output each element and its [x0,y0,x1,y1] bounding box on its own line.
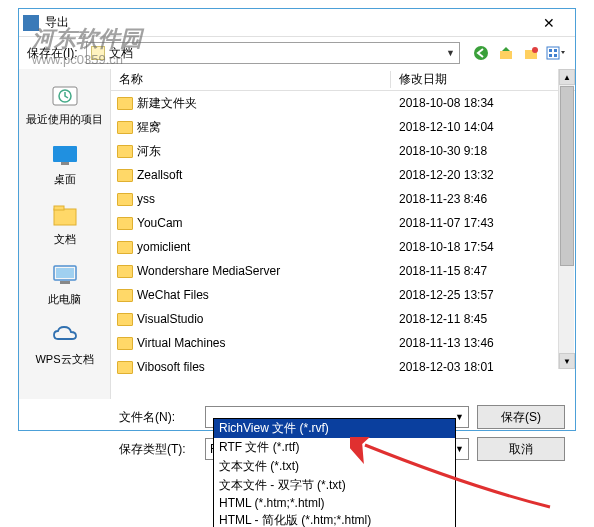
location-value: 文档 [109,45,442,62]
column-date[interactable]: 修改日期 [391,71,575,88]
scroll-down-icon[interactable]: ▼ [559,353,575,369]
file-row[interactable]: Zeallsoft2018-12-20 13:32 [111,163,575,187]
file-date: 2018-12-10 14:04 [391,120,575,134]
file-name: Virtual Machines [137,336,226,350]
sidebar-item-desktop[interactable]: 桌面 [25,137,105,191]
folder-icon [117,337,133,350]
svg-rect-12 [61,162,69,165]
folder-icon [117,193,133,206]
new-folder-icon[interactable] [520,42,542,64]
file-date: 2018-11-13 13:46 [391,336,575,350]
file-date: 2018-11-23 8:46 [391,192,575,206]
location-row: 保存在(I): 文档 ▼ [19,37,575,69]
vertical-scrollbar[interactable]: ▲ ▼ [558,69,574,369]
scroll-up-icon[interactable]: ▲ [559,69,575,85]
file-row[interactable]: yss2018-11-23 8:46 [111,187,575,211]
file-date: 2018-12-03 18:01 [391,360,575,374]
documents-icon [49,201,81,229]
file-name: yomiclient [137,240,190,254]
titlebar: 导出 ✕ [19,9,575,37]
dropdown-item[interactable]: 文本文件 (*.txt) [214,457,455,476]
file-name: 河东 [137,143,161,160]
file-row[interactable]: VisualStudio2018-12-11 8:45 [111,307,575,331]
file-name: yss [137,192,155,206]
computer-icon [49,261,81,289]
scroll-thumb[interactable] [560,86,574,266]
file-name: Zeallsoft [137,168,182,182]
svg-rect-1 [500,51,512,59]
file-area: 名称 修改日期 新建文件夹2018-10-08 18:34猩窝2018-12-1… [111,69,575,399]
svg-rect-17 [60,281,70,284]
file-date: 2018-10-18 17:54 [391,240,575,254]
file-list[interactable]: 新建文件夹2018-10-08 18:34猩窝2018-12-10 14:04河… [111,91,575,399]
file-row[interactable]: 新建文件夹2018-10-08 18:34 [111,91,575,115]
column-name[interactable]: 名称 [111,71,391,88]
savein-label: 保存在(I): [27,45,78,62]
sidebar-item-recent[interactable]: 最近使用的项目 [25,77,105,131]
svg-rect-8 [554,54,557,57]
folder-icon [117,361,133,374]
file-date: 2018-12-25 13:57 [391,288,575,302]
folder-icon [117,241,133,254]
file-row[interactable]: 猩窝2018-12-10 14:04 [111,115,575,139]
sidebar-item-label: WPS云文档 [35,352,93,367]
app-icon [23,15,39,31]
svg-rect-16 [56,268,74,278]
file-name: 新建文件夹 [137,95,197,112]
file-row[interactable]: 河东2018-10-30 9:18 [111,139,575,163]
dropdown-item[interactable]: RichView 文件 (*.rvf) [214,419,455,438]
file-name: 猩窝 [137,119,161,136]
dropdown-item[interactable]: HTML (*.htm;*.html) [214,495,455,511]
svg-point-3 [532,47,538,53]
dropdown-item[interactable]: HTML - 简化版 (*.htm;*.html) [214,511,455,527]
location-combo[interactable]: 文档 ▼ [86,42,460,64]
file-row[interactable]: WeChat Files2018-12-25 13:57 [111,283,575,307]
file-row[interactable]: Virtual Machines2018-11-13 13:46 [111,331,575,355]
file-row[interactable]: Wondershare MediaServer2018-11-15 8:47 [111,259,575,283]
file-date: 2018-12-20 13:32 [391,168,575,182]
svg-rect-13 [54,209,76,225]
up-icon[interactable] [495,42,517,64]
body-area: 最近使用的项目 桌面 文档 此电脑 WPS云文档 名称 修改日期 [19,69,575,399]
svg-rect-6 [554,49,557,52]
sidebar-item-label: 文档 [54,232,76,247]
save-button[interactable]: 保存(S) [477,405,565,429]
folder-icon [117,121,133,134]
svg-point-0 [474,46,488,60]
sidebar-item-thispc[interactable]: 此电脑 [25,257,105,311]
export-dialog: 导出 ✕ 保存在(I): 文档 ▼ 最近使用的项目 桌面 [18,8,576,431]
file-date: 2018-10-08 18:34 [391,96,575,110]
file-name: Wondershare MediaServer [137,264,280,278]
file-row[interactable]: Vibosoft files2018-12-03 18:01 [111,355,575,379]
dropdown-item[interactable]: RTF 文件 (*.rtf) [214,438,455,457]
recent-icon [49,81,81,109]
close-button[interactable]: ✕ [527,13,571,33]
folder-icon [117,217,133,230]
file-name: YouCam [137,216,183,230]
sidebar-item-wpscloud[interactable]: WPS云文档 [25,317,105,371]
dropdown-item[interactable]: 文本文件 - 双字节 (*.txt) [214,476,455,495]
desktop-icon [49,141,81,169]
file-date: 2018-10-30 9:18 [391,144,575,158]
svg-rect-11 [53,146,77,162]
sidebar-item-documents[interactable]: 文档 [25,197,105,251]
folder-icon [117,289,133,302]
filetype-dropdown[interactable]: RichView 文件 (*.rvf)RTF 文件 (*.rtf)文本文件 (*… [213,418,456,527]
svg-rect-5 [549,49,552,52]
folder-icon [117,169,133,182]
file-date: 2018-12-11 8:45 [391,312,575,326]
back-icon[interactable] [470,42,492,64]
file-row[interactable]: yomiclient2018-10-18 17:54 [111,235,575,259]
view-menu-icon[interactable] [545,42,567,64]
svg-rect-4 [547,47,559,59]
file-row[interactable]: YouCam2018-11-07 17:43 [111,211,575,235]
file-name: Vibosoft files [137,360,205,374]
folder-icon [117,313,133,326]
folder-icon [117,145,133,158]
file-date: 2018-11-07 17:43 [391,216,575,230]
cancel-button[interactable]: 取消 [477,437,565,461]
folder-icon [117,265,133,278]
file-list-header: 名称 修改日期 [111,69,575,91]
file-date: 2018-11-15 8:47 [391,264,575,278]
filename-label: 文件名(N): [119,409,197,426]
